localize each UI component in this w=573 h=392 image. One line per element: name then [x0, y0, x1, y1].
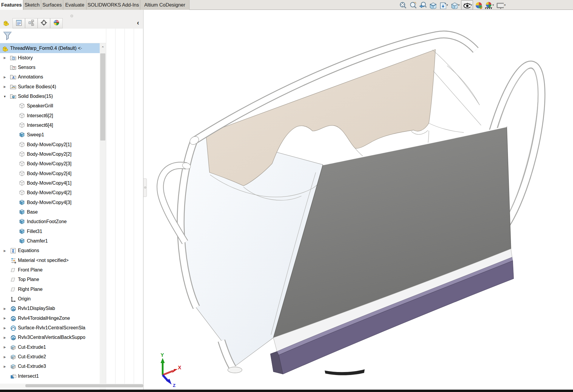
tree-item-body-move-copy2-4[interactable]: Body-Move/Copy2[4]: [0, 169, 100, 178]
tree-item-plane1[interactable]: Plane1: [0, 381, 100, 383]
tree-item-material-not-specified[interactable]: Material <not specified>: [0, 255, 100, 265]
tree-item-origin[interactable]: Origin: [0, 294, 100, 304]
expand-arrow-icon[interactable]: ▶: [3, 75, 7, 79]
tree-item-rvlv1displayslab[interactable]: ▶Rvlv1DisplaySlab: [0, 304, 100, 314]
tree-filter-row[interactable]: [0, 29, 106, 43]
apply-scene-button[interactable]: ▾: [484, 1, 495, 10]
tree-item-intersect6-2[interactable]: Intersect6[2]: [0, 111, 100, 121]
graphics-viewport[interactable]: Y X Z: [144, 10, 573, 390]
dropdown-caret-icon[interactable]: ▾: [504, 3, 506, 7]
collapse-arrow-icon[interactable]: ▼: [3, 95, 7, 98]
expand-arrow-icon[interactable]: ▶: [3, 365, 7, 368]
dropdown-caret-icon[interactable]: ▾: [471, 3, 472, 7]
zoom-to-fit-button[interactable]: [398, 1, 407, 10]
tree-item-cut-extrude3[interactable]: ▶Cut-Extrude3: [0, 362, 100, 371]
tree-item-equations[interactable]: ▶ΣEquations: [0, 246, 100, 256]
zoom-to-area-button[interactable]: [408, 1, 417, 10]
tree-item-annotations[interactable]: ▶AAnnotations: [0, 72, 100, 82]
tree-item-base[interactable]: Base: [0, 207, 100, 217]
expand-arrow-icon[interactable]: ▶: [3, 307, 7, 310]
panel-collapse-chevron[interactable]: ‹: [137, 18, 139, 27]
tab-solidworks-add-ins[interactable]: SOLIDWORKS Add-Ins: [87, 0, 140, 10]
section-view-button[interactable]: [428, 1, 437, 10]
manager-tab-configmgr[interactable]: [25, 18, 38, 28]
tree-item-label: Right Plane: [18, 287, 43, 292]
tree-item-body-move-copy2-2[interactable]: Body-Move/Copy2[2]: [0, 149, 100, 159]
part-icon: [2, 45, 9, 52]
dropdown-caret-icon[interactable]: ▾: [458, 3, 460, 7]
tree-item-right-plane[interactable]: Right Plane: [0, 284, 100, 294]
tab-sketch[interactable]: Sketch: [23, 0, 41, 10]
scroll-up-arrow[interactable]: ⌃: [100, 43, 106, 52]
tree-item-body-move-copy4-2[interactable]: Body-Move/Copy4[2]: [0, 188, 100, 198]
cube-outline-icon: [19, 189, 25, 196]
dropdown-caret-icon[interactable]: ▾: [446, 3, 448, 7]
edit-appearance-button[interactable]: [474, 1, 483, 10]
tree-item-threadwarp-form0-4-default[interactable]: ThreadWarp_Form0.4 (Default) <·: [0, 43, 100, 53]
expand-arrow-icon[interactable]: ▶: [3, 317, 7, 320]
display-style-button[interactable]: ▾: [461, 0, 473, 10]
tree-item-fillet31[interactable]: Fillet31: [0, 226, 100, 236]
cube-outline-icon: [19, 180, 25, 186]
sigma-icon: Σ: [10, 247, 16, 254]
tree-item-label: ThreadWarp_Form0.4 (Default) <·: [10, 46, 82, 51]
tree-item-intersect6-4[interactable]: Intersect6[4]: [0, 121, 100, 130]
view-orientation-button[interactable]: ▾: [449, 1, 460, 10]
tab-evaluate[interactable]: Evaluate: [63, 0, 87, 10]
expand-arrow-icon[interactable]: ▶: [3, 355, 7, 359]
expand-arrow-icon[interactable]: ▶: [3, 56, 7, 59]
cube-blue-icon: [19, 238, 25, 244]
tree-horizontal-scrollbar[interactable]: [0, 384, 143, 388]
tree-item-history[interactable]: ▶History: [0, 53, 100, 63]
intersect-icon: [10, 373, 16, 379]
tree-item-label: Body-Move/Copy4[1]: [27, 180, 71, 186]
panel-grip-dot[interactable]: [70, 15, 73, 17]
tree-item-front-plane[interactable]: Front Plane: [0, 265, 100, 275]
tree-item-solid-bodies-15[interactable]: ▼Solid Bodies(15): [0, 92, 100, 101]
tab-features[interactable]: Features: [0, 0, 23, 10]
tree-item-cut-extrude1[interactable]: ▶Cut-Extrude1: [0, 342, 100, 352]
cube-outline-icon: [19, 141, 25, 148]
tree-item-label: Cut-Extrude3: [18, 364, 46, 369]
tree-item-sensors[interactable]: Sensors: [0, 63, 100, 72]
tree-item-rvlv4toroidalhingezone[interactable]: ▶Rvlv4ToroidalHingeZone: [0, 313, 100, 323]
hscroll-thumb[interactable]: [25, 384, 143, 387]
tree-item-chamfer1[interactable]: Chamfer1: [0, 236, 100, 246]
tab-altium-codesigner[interactable]: Altium CoDesigner: [140, 0, 190, 10]
manager-tab-dimxpert[interactable]: [38, 18, 50, 28]
view-settings-button[interactable]: ▾: [495, 1, 506, 10]
tree-item-intersect1[interactable]: Intersect1: [0, 371, 100, 381]
tree-item-inductionfootzone[interactable]: InductionFootZone: [0, 217, 100, 227]
tree-item-surface-rvlv1centralscreensla[interactable]: ▶Surface-Rvlv1CentralScreenSla: [0, 323, 100, 333]
tree-item-body-move-copy4-1[interactable]: Body-Move/Copy4[1]: [0, 178, 100, 188]
tab-surfaces[interactable]: Surfaces: [41, 0, 63, 10]
tree-item-label: Cut-Extrude2: [18, 354, 46, 359]
dropdown-caret-icon[interactable]: ▾: [492, 3, 494, 7]
manager-tab-dispmgr[interactable]: [50, 18, 63, 28]
tree-item-sweep1[interactable]: Sweep1: [0, 130, 100, 140]
tree-item-top-plane[interactable]: Top Plane: [0, 275, 100, 285]
manager-tab-propmgr[interactable]: [13, 18, 25, 28]
expand-arrow-icon[interactable]: ▶: [3, 249, 7, 252]
tree-item-label: Origin: [18, 296, 31, 302]
manager-tab-part[interactable]: [0, 18, 13, 28]
previous-view-button[interactable]: [418, 1, 427, 10]
tree-item-speakergrill[interactable]: SpeakerGrill: [0, 101, 100, 111]
expand-arrow-icon[interactable]: ▶: [3, 326, 7, 330]
expand-arrow-icon[interactable]: ▶: [3, 336, 7, 339]
tree-item-cut-extrude2[interactable]: ▶Cut-Extrude2: [0, 352, 100, 362]
tree-item-rvlv3centralverticalbacksuppo[interactable]: ▶Rvlv3CentralVerticalBackSuppo: [0, 333, 100, 342]
scroll-thumb[interactable]: [100, 53, 105, 141]
dispmgr-icon: [53, 19, 60, 27]
tree-vertical-scrollbar[interactable]: ⌃ ⌄: [100, 43, 106, 390]
panel-splitter-handle[interactable]: [144, 178, 147, 197]
cube-blue-icon: [19, 228, 25, 235]
expand-arrow-icon[interactable]: ▶: [3, 85, 7, 88]
tree-item-label: Body-Move/Copy4[3]: [27, 200, 71, 205]
tree-item-surface-bodies-4[interactable]: ▶Surface Bodies(4): [0, 82, 100, 92]
tree-item-body-move-copy2-3[interactable]: Body-Move/Copy2[3]: [0, 159, 100, 169]
drawing-view-button[interactable]: ▾: [438, 1, 449, 10]
expand-arrow-icon[interactable]: ▶: [3, 345, 7, 349]
tree-item-body-move-copy4-3[interactable]: Body-Move/Copy4[3]: [0, 197, 100, 207]
tree-item-body-move-copy2-1[interactable]: Body-Move/Copy2[1]: [0, 140, 100, 149]
